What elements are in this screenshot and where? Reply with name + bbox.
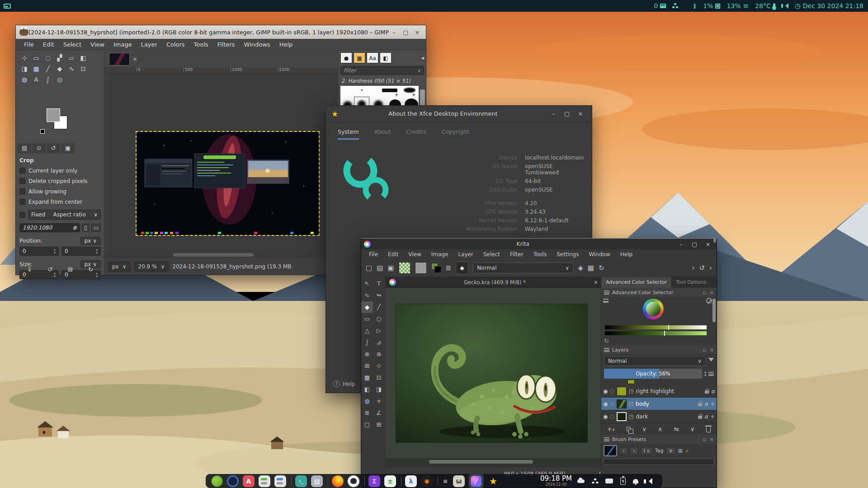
layer-move-icon[interactable]: + <box>710 413 715 420</box>
brush-presets-header[interactable]: Brush Presets ▫ × <box>601 435 717 444</box>
open-document-icon[interactable]: ▤ <box>377 264 383 272</box>
position-x-field[interactable]: 0 ▴▾ <box>19 247 59 256</box>
open-image-screenshot[interactable] <box>137 132 319 235</box>
selector-scrollbar[interactable] <box>712 299 716 322</box>
favorites-star-icon[interactable]: ★ <box>487 475 499 487</box>
krita-menu-item[interactable]: Filter <box>505 251 528 258</box>
layer-alpha-icon[interactable]: α <box>704 413 708 420</box>
krita-menu-item[interactable]: Tools <box>528 251 552 258</box>
pattern-swatch[interactable] <box>415 262 427 274</box>
gimp-tool-icon[interactable]: ◌ <box>42 52 54 63</box>
crop-checkbox-row[interactable]: Current layer only <box>16 165 104 176</box>
disk-tray-icon[interactable] <box>605 479 613 483</box>
image-tab-close-icon[interactable]: × <box>132 56 137 62</box>
layer-filter-icon[interactable] <box>708 358 714 364</box>
zoom-dropdown[interactable]: 20.9 % ∨ <box>134 262 169 272</box>
layer-visibility-icon[interactable]: ◉ <box>603 388 608 394</box>
firefox-icon[interactable] <box>332 475 344 487</box>
krita-tool-icon[interactable]: ▢ <box>361 419 373 431</box>
notifications-tray-icon[interactable] <box>633 479 638 483</box>
move-layer-up-button[interactable]: ∧ <box>658 426 663 432</box>
brush-option-list-icon[interactable]: ≣ <box>446 264 452 272</box>
tool-options-button[interactable]: ⊠ <box>68 266 73 273</box>
krita-tool-icon[interactable]: ○ <box>373 313 385 325</box>
krita-tool-icon[interactable]: ◨ <box>373 384 385 395</box>
spinner-arrows[interactable]: ▴▾ <box>54 248 56 254</box>
gimp-menu-item[interactable]: Select <box>59 41 86 48</box>
about-close-button[interactable]: × <box>575 110 586 117</box>
docker-menu-icon[interactable] <box>604 437 609 441</box>
krita-tool-icon[interactable]: ↖ <box>361 278 373 290</box>
gimp-color-swatches[interactable] <box>47 108 70 131</box>
gimp-menu-item[interactable]: View <box>86 41 109 48</box>
unit-dropdown[interactable]: px ∨ <box>108 262 131 272</box>
krita-menu-item[interactable]: Help <box>615 251 637 258</box>
gimp-tool-icon[interactable]: ∫ <box>42 74 54 85</box>
terminal-icon[interactable]: ›_ <box>295 475 307 487</box>
layer-visibility-icon[interactable]: ◉ <box>603 401 608 407</box>
krita-tool-icon[interactable]: ∫ <box>361 337 373 348</box>
dock-clock[interactable]: 09:18 PM 2024-12-30 <box>540 474 572 487</box>
gimp-tool-icon[interactable]: ◨ <box>19 63 30 74</box>
tab-advanced-color-selector[interactable]: Advanced Color Selector <box>601 277 671 288</box>
layers-header[interactable]: Layers ▫ × <box>601 345 717 354</box>
gimp-menu-item[interactable]: Edit <box>38 41 59 48</box>
fixed-checkbox-icon[interactable] <box>19 212 25 218</box>
krita-tool-icon[interactable]: ⊞ <box>373 419 385 431</box>
krita-tool-icon[interactable]: ▷ <box>373 325 385 337</box>
krita-tool-icon[interactable]: ⊛ <box>373 348 385 360</box>
refresh-selector-icon[interactable]: ↻ <box>601 337 717 345</box>
undo-icon[interactable]: ↺ <box>699 264 705 272</box>
krita-titlebar[interactable]: Krita – ▢ × <box>361 239 717 249</box>
krita-dock-icon-active[interactable]: ╱ <box>469 474 483 488</box>
crop-checkbox-row[interactable]: Allow growing <box>16 186 104 197</box>
tab-tool-options[interactable]: Tool Options <box>671 277 711 288</box>
eraser-mode-icon[interactable]: ◈ <box>578 264 583 272</box>
gimp-tool-icon[interactable]: ▦ <box>30 63 42 74</box>
preserve-alpha-icon[interactable]: ▦ <box>588 264 594 272</box>
gimp-canvas-viewport[interactable] <box>104 74 334 252</box>
layer-alpha-inherit-icon[interactable]: ○ <box>610 388 614 394</box>
opensuse-launcher-icon[interactable] <box>211 475 223 487</box>
checkbox-icon[interactable] <box>19 199 25 205</box>
gimp-menu-item[interactable]: Help <box>275 41 297 48</box>
gimp-maximize-button[interactable]: ▢ <box>401 29 410 36</box>
gimp-tool-icon[interactable]: ◍ <box>19 74 30 85</box>
gimp-dockable-tab[interactable]: ▤ <box>18 143 31 153</box>
volume-tray-icon[interactable] <box>646 478 652 484</box>
current-preset-thumbnail[interactable] <box>604 445 617 456</box>
krita-tool-icon[interactable]: ◆ <box>361 301 373 313</box>
menu-lines-icon[interactable]: ≡ <box>442 475 449 487</box>
no-color-icon[interactable] <box>706 298 712 304</box>
portrait-button[interactable]: ▯ <box>82 224 90 232</box>
about-tab[interactable]: About <box>374 128 391 140</box>
temperature-indicator[interactable]: 28°C <box>755 2 776 9</box>
krita-maximize-button[interactable]: ▢ <box>689 241 700 248</box>
layer-lock-icon[interactable] <box>698 403 702 406</box>
layer-move-icon[interactable]: + <box>710 401 715 407</box>
about-tab[interactable]: Credits <box>406 128 426 140</box>
tool-options-button[interactable]: ↻ <box>88 266 94 273</box>
spinner-arrows[interactable]: ▴▾ <box>96 248 98 254</box>
cpu-indicator[interactable]: 1% <box>703 2 720 9</box>
layer-alpha-icon[interactable]: α <box>704 401 708 407</box>
gimp-tool-icon[interactable]: ╱ <box>42 63 54 74</box>
layers-scrollbar[interactable] <box>713 238 716 243</box>
gimp-menu-item[interactable]: Colors <box>162 41 189 48</box>
krita-tool-icon[interactable]: ⊹ <box>373 360 385 372</box>
move-layer-down-button[interactable]: ∨ <box>642 426 646 432</box>
gimp-tool-icon[interactable]: ∿ <box>66 63 77 74</box>
tag-dropdown[interactable]: ∨ <box>666 447 676 455</box>
image-tab-thumbnail[interactable] <box>109 53 130 66</box>
color-wheel[interactable] <box>643 299 664 319</box>
canvas-horizontal-scrollbar[interactable] <box>429 460 533 464</box>
docker-float-icon[interactable]: ▫ <box>703 436 706 442</box>
checkbox-icon[interactable] <box>19 178 25 184</box>
layer-blending-dropdown[interactable]: Normal ∨ <box>604 356 706 366</box>
krita-menu-item[interactable]: File <box>364 251 383 258</box>
krita-tool-icon[interactable]: ▭ <box>361 313 373 325</box>
layer-options-icon[interactable] <box>708 372 714 376</box>
crop-checkbox-row[interactable]: Expand from center <box>16 197 104 207</box>
docker-close-icon[interactable]: × <box>710 436 714 442</box>
file-manager-icon[interactable]: ▤ <box>311 475 323 487</box>
